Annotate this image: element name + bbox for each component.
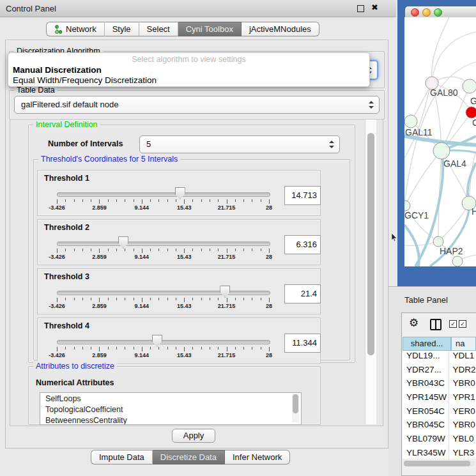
slider-tick — [125, 347, 125, 349]
table-rows[interactable]: YDL19...YDL1YDR27...YDR2YBR043CYBR0YPR14… — [403, 351, 476, 459]
table-row[interactable]: YPR145WYPR1 — [403, 392, 476, 406]
slider-thumb[interactable] — [175, 187, 185, 199]
slider-tick — [201, 298, 202, 300]
column-header-shared-name[interactable]: shared... — [403, 337, 451, 351]
tab-network[interactable]: Network — [46, 22, 105, 36]
minimize-window-icon[interactable] — [422, 8, 431, 17]
tab-network-label: Network — [66, 24, 96, 34]
node-label: GAL11 — [405, 127, 433, 137]
table-cell[interactable]: YBR043C — [403, 378, 449, 392]
tab-select-label: Select — [147, 24, 170, 34]
attribute-list-item[interactable]: SelfLoops — [40, 393, 301, 404]
table-cell[interactable]: YPR145W — [403, 392, 449, 406]
table-cell[interactable]: YBL079W — [403, 434, 449, 448]
table-row[interactable]: YBR045CYBR0 — [403, 420, 476, 434]
slider-tick — [252, 199, 252, 202]
attribute-list-item[interactable]: TopologicalCoefficient — [40, 404, 301, 415]
horizontal-scrollbar-thumb[interactable] — [404, 461, 470, 466]
table-cell[interactable]: YBL0 — [449, 434, 476, 448]
table-cell[interactable]: YLR345W — [403, 448, 449, 459]
checkbox-icon[interactable]: ✓ — [449, 320, 457, 328]
network-canvas[interactable]: GAL80 GAL11 GAL4 GCY1 HAP2 G C H — [404, 17, 476, 266]
tab-impute-data-label: Impute Data — [99, 452, 144, 462]
algorithm-option-equal-width[interactable]: Equal Width/Frequency Discretization — [13, 75, 157, 85]
threshold-value-field[interactable]: 6.316 — [284, 235, 321, 254]
tab-jactivemnodules[interactable]: jActiveMNodules — [242, 22, 319, 36]
table-cell[interactable]: YBR0 — [449, 378, 476, 392]
table-cell[interactable]: YDR27... — [403, 365, 449, 379]
table-cell[interactable]: YBR045C — [403, 420, 449, 434]
numerical-attributes-list[interactable]: SelfLoopsTopologicalCoefficientBetweenne… — [40, 392, 302, 425]
slider-track[interactable] — [57, 192, 270, 197]
table-cell[interactable]: YLR3 — [449, 448, 476, 459]
apply-button[interactable]: Apply — [172, 429, 215, 443]
slider-thumb[interactable] — [220, 286, 230, 298]
table-cell[interactable]: YPR1 — [449, 392, 476, 406]
tab-discretize-data[interactable]: Discretize Data — [153, 450, 225, 464]
table-row[interactable]: YER054CYER0 — [403, 406, 476, 420]
screenshot-stage: Control Panel ✖ Network Style Select Cyn… — [0, 0, 476, 476]
table-row[interactable]: YBR043CYBR0 — [403, 378, 476, 392]
tab-cyni-toolbox[interactable]: Cyni Toolbox — [178, 22, 242, 36]
table-cell[interactable]: YER0 — [449, 406, 476, 420]
slider-tick — [158, 249, 159, 251]
vertical-scrollbar[interactable] — [365, 119, 376, 424]
slider-track[interactable] — [57, 291, 270, 295]
slider-tick-label: 15.43 — [177, 352, 192, 358]
slider-tick — [74, 347, 75, 349]
attributes-scrollbar-thumb[interactable] — [293, 394, 298, 413]
slider-track[interactable] — [57, 242, 270, 246]
table-cell[interactable]: YDL19... — [403, 351, 449, 365]
table-row[interactable]: YBL079WYBL0 — [403, 434, 476, 448]
algorithm-placeholder-option[interactable]: Select algorithm to view settings — [8, 55, 369, 64]
slider-tick — [134, 298, 134, 300]
tab-select[interactable]: Select — [139, 22, 178, 36]
table-cell[interactable]: YDR2 — [449, 365, 476, 379]
close-panel-icon[interactable]: ✖ — [371, 3, 378, 12]
network-window-titlebar — [405, 6, 476, 18]
slider-tick-label: 28 — [266, 303, 272, 309]
combo-arrows-icon — [368, 101, 374, 109]
table-cell[interactable]: YBR0 — [449, 420, 476, 434]
float-panel-icon[interactable] — [357, 5, 364, 12]
table-row[interactable]: YDR27...YDR2 — [403, 365, 476, 379]
slider-tick — [269, 249, 270, 253]
vertical-scrollbar-thumb[interactable] — [367, 133, 374, 355]
threshold-value-field[interactable]: 11.344 — [284, 334, 321, 353]
slider-tick — [218, 249, 219, 251]
horizontal-scrollbar[interactable] — [404, 461, 475, 466]
table-cell[interactable]: YDL1 — [449, 351, 476, 365]
column-header-name[interactable]: na — [451, 337, 476, 351]
threshold-panel-4: Threshold 4-3.4262.8599.14415.4321.71528… — [37, 318, 321, 364]
threshold-value-field[interactable]: 21.4 — [284, 284, 321, 303]
close-window-icon[interactable] — [411, 8, 419, 17]
slider-tick — [99, 347, 100, 351]
gear-icon[interactable]: ⚙ — [409, 316, 418, 330]
slider-tick — [134, 347, 134, 349]
algorithm-option-manual[interactable]: Manual Discretization — [13, 65, 102, 75]
table-cell[interactable]: YER054C — [403, 406, 449, 420]
slider-tick — [134, 199, 134, 202]
threshold-label: Threshold 1 — [44, 174, 89, 183]
tab-infer-network-label: Infer Network — [233, 452, 282, 462]
slider-tick — [252, 347, 252, 349]
tab-infer-network[interactable]: Infer Network — [225, 450, 290, 464]
table-row[interactable]: YLR345WYLR3 — [403, 448, 476, 459]
number-of-intervals-combobox[interactable]: 5 — [139, 135, 340, 153]
control-panel-tabs: Network Style Select Cyni Toolbox jActiv… — [46, 22, 319, 36]
slider-thumb[interactable] — [118, 236, 128, 249]
slider-tick — [235, 249, 236, 251]
checkbox-icon[interactable]: ✓ — [459, 320, 466, 328]
slider-track[interactable] — [57, 340, 270, 344]
table-data-combobox[interactable]: galFiltered.sif default node — [14, 96, 380, 114]
split-columns-icon[interactable] — [430, 319, 441, 330]
slider-thumb[interactable] — [152, 335, 162, 347]
zoom-window-icon[interactable] — [434, 8, 442, 17]
tab-impute-data[interactable]: Impute Data — [91, 450, 153, 464]
tab-style[interactable]: Style — [105, 22, 139, 36]
threshold-value-field[interactable]: 14.713 — [284, 186, 321, 205]
table-row[interactable]: YDL19...YDL1 — [403, 351, 476, 365]
slider-tick — [99, 199, 100, 204]
attribute-list-item[interactable]: BetweennessCentrality — [40, 415, 301, 425]
slider-tick — [150, 298, 151, 300]
